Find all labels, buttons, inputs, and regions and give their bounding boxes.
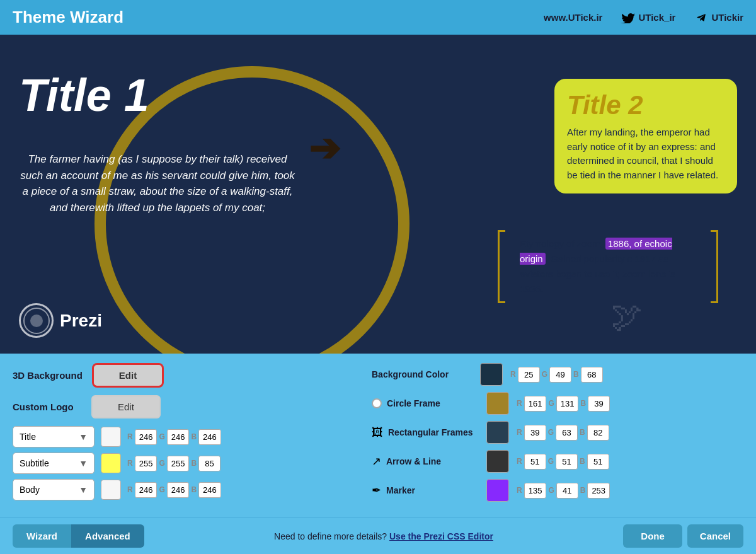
rect-frames-swatch[interactable] [486,421,509,444]
al-g[interactable]: 51 [556,454,578,470]
marker-rgb: R 135 G 41 B 253 [517,483,610,499]
bg-color-label: Background Color [372,369,472,379]
title-g[interactable]: 246 [167,429,190,445]
etym-highlight: 1886, of echoic origin [520,238,672,265]
rf-g[interactable]: 63 [556,425,578,441]
body-b[interactable]: 246 [198,482,221,498]
help-text: Need to define more details? [274,531,387,541]
custom-logo-row: Custom Logo Edit [13,395,353,418]
bg-r[interactable]: 25 [518,367,540,383]
prezi-center-icon [30,315,43,327]
body-g[interactable]: 246 [167,482,190,498]
body-r[interactable]: 246 [135,482,158,498]
marker-row: ✒ Marker R 135 G 41 B 253 [372,479,743,502]
al-r[interactable]: 51 [524,454,546,470]
circle-frame-radio[interactable] [372,398,382,408]
bg3d-row: 3D Background Edit [13,363,353,388]
custom-logo-edit-button[interactable]: Edit [91,395,161,418]
preview-area: Title 1 The farmer having (as I suppose … [0,35,756,354]
bg-color-swatch[interactable] [480,363,503,386]
prezi-logo: Prezi [19,303,102,338]
rect-frames-icon: 🖼 [372,426,383,439]
bg-g[interactable]: 49 [549,367,571,383]
subtitle-color-rgb: R 255 G 255 B 85 [127,456,220,471]
prezi-circle-icon [19,303,54,338]
prezi-inner-icon [23,308,50,334]
wizard-button[interactable]: Wizard [13,524,71,548]
marker-swatch[interactable] [486,479,509,502]
bottom-center: Need to define more details? Use the Pre… [274,531,493,541]
rect-frames-label: Rectangular Frames [388,427,473,437]
done-button[interactable]: Done [623,524,682,548]
arrow-line-row: ↗ Arrow & Line R 51 G 51 B 51 [372,450,743,473]
bg-b[interactable]: 68 [581,367,603,383]
controls-area: 3D Background Edit Custom Logo Edit Titl… [0,354,756,517]
title-color-swatch[interactable] [101,427,121,447]
chevron-down-icon: ▼ [79,485,88,495]
bg-color-rgb: R 25 G 49 B 68 [510,367,603,383]
bird-decoration: 🕊 [611,298,643,335]
title-r[interactable]: 246 [135,429,158,445]
marker-label: Marker [386,485,415,495]
main-controls: 3D Background Edit Custom Logo Edit Titl… [13,363,743,508]
title2-body: After my landing, the emperor had early … [567,125,724,182]
custom-logo-label: Custom Logo [13,401,82,412]
twitter-icon [621,12,635,23]
arrow-icon: ➔ [309,126,340,170]
subtitle-row: Subtitle ▼ R 255 G 255 B 85 [13,453,353,474]
website-link: www.UTick.ir [544,12,602,23]
mk-r[interactable]: 135 [524,483,547,499]
bottom-left: Wizard Advanced [13,524,144,548]
body-color-swatch[interactable] [101,480,121,500]
rect-frames-rgb: R 39 G 63 B 82 [517,425,609,441]
header-links: www.UTick.ir UTick_ir UTickir [544,12,743,23]
etymology-box: Etymology of zoom; 1886, of echoic origi… [498,230,693,303]
al-b[interactable]: 51 [587,454,609,470]
circle-frame-row: Circle Frame R 161 G 131 B 39 [372,392,743,415]
body-color-rgb: R 246 G 246 B 246 [127,482,221,498]
left-controls: 3D Background Edit Custom Logo Edit Titl… [13,363,353,508]
rf-r[interactable]: 39 [524,425,546,441]
telegram-icon [694,12,708,23]
telegram-link: UTickir [694,12,743,23]
arrow-line-icon: ↗ [372,454,381,468]
body-type-select[interactable]: Body ▼ [13,479,94,500]
right-controls: Background Color R 25 G 49 B 68 [353,363,743,508]
css-editor-link[interactable]: Use the Prezi CSS Editor [389,531,493,541]
body-row: Body ▼ R 246 G 246 B 246 [13,479,353,500]
bg3d-edit-button[interactable]: Edit [92,363,164,388]
app-container: Theme Wizard www.UTick.ir UTick_ir UTick… [0,0,756,554]
title-color-rgb: R 246 G 246 B 246 [127,429,221,445]
subtitle-color-swatch[interactable] [101,453,121,473]
title-b[interactable]: 246 [198,429,221,445]
app-title: Theme Wizard [13,8,123,27]
arrow-line-rgb: R 51 G 51 B 51 [517,454,609,470]
cf-b[interactable]: 39 [588,396,610,412]
title2-box: Title 2 After my landing, the emperor ha… [554,79,737,193]
advanced-button[interactable]: Advanced [71,524,144,548]
arrow-line-swatch[interactable] [486,450,509,473]
rf-b[interactable]: 82 [587,425,609,441]
circle-frame-swatch[interactable] [486,392,509,415]
title1: Title 1 [19,72,149,118]
header: Theme Wizard www.UTick.ir UTick_ir UTick… [0,0,756,35]
bottom-right: Done Cancel [623,524,743,548]
subtitle-g[interactable]: 255 [167,456,190,471]
arrow-line-label: Arrow & Line [386,456,441,466]
title-row: Title ▼ R 246 G 246 B 246 [13,426,353,447]
title2: Title 2 [567,90,724,120]
rect-frames-row: 🖼 Rectangular Frames R 39 G 63 B 82 [372,421,743,444]
mk-b[interactable]: 253 [587,483,610,499]
prezi-label: Prezi [60,311,102,331]
subtitle1: The farmer having (as I suppose by their… [19,151,296,216]
title-type-select[interactable]: Title ▼ [13,426,94,447]
circle-frame-rgb: R 161 G 131 B 39 [517,396,610,412]
subtitle-b[interactable]: 85 [198,456,220,471]
cf-r[interactable]: 161 [524,396,547,412]
bottom-bar: Wizard Advanced Need to define more deta… [0,517,756,554]
cf-g[interactable]: 131 [556,396,579,412]
subtitle-type-select[interactable]: Subtitle ▼ [13,453,94,474]
subtitle-r[interactable]: 255 [135,456,158,471]
mk-g[interactable]: 41 [556,483,578,499]
cancel-button[interactable]: Cancel [687,524,743,548]
